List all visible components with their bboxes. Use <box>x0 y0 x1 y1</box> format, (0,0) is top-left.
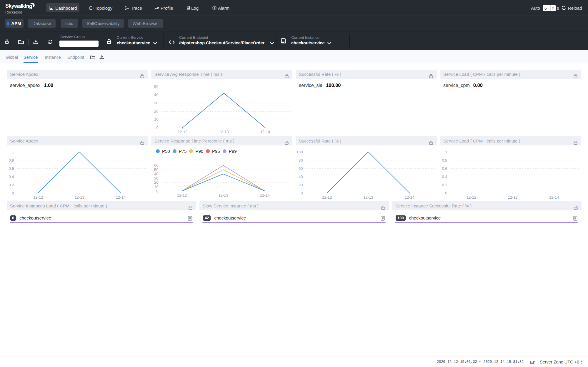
svg-text:60: 60 <box>299 166 303 171</box>
svg-text:0: 0 <box>156 189 158 193</box>
svg-text:50: 50 <box>154 167 158 172</box>
svg-text:12-14: 12-14 <box>549 195 559 200</box>
svg-text:0.4: 0.4 <box>442 175 447 179</box>
svg-text:12-14: 12-14 <box>260 193 270 197</box>
svg-text:40: 40 <box>154 93 158 97</box>
svg-text:0.8: 0.8 <box>9 158 14 162</box>
svg-text:30: 30 <box>154 176 158 180</box>
svg-text:12-12: 12-12 <box>33 195 43 200</box>
svg-text:20: 20 <box>154 109 158 113</box>
svg-text:30: 30 <box>154 101 158 105</box>
svg-text:0.4: 0.4 <box>9 175 14 179</box>
svg-text:0.2: 0.2 <box>442 183 447 187</box>
svg-text:12-14: 12-14 <box>405 195 414 200</box>
svg-text:1: 1 <box>445 150 447 154</box>
svg-text:12-12: 12-12 <box>177 193 187 197</box>
svg-text:0: 0 <box>12 191 14 195</box>
svg-text:20: 20 <box>299 183 303 187</box>
svg-text:0: 0 <box>445 191 447 195</box>
svg-text:0.6: 0.6 <box>442 166 447 171</box>
svg-text:12-13: 12-13 <box>74 195 84 200</box>
svg-text:0: 0 <box>301 191 303 195</box>
svg-text:100: 100 <box>297 150 303 154</box>
svg-text:12-13: 12-13 <box>219 130 229 134</box>
svg-text:50: 50 <box>154 84 158 89</box>
svg-text:12-12: 12-12 <box>467 195 476 200</box>
svg-text:12-12: 12-12 <box>178 130 187 134</box>
svg-text:12-14: 12-14 <box>260 130 270 134</box>
svg-text:10: 10 <box>154 117 158 122</box>
svg-text:0.8: 0.8 <box>442 158 447 162</box>
svg-text:12-13: 12-13 <box>218 193 228 197</box>
svg-text:0.6: 0.6 <box>9 166 14 171</box>
svg-text:12-12: 12-12 <box>322 195 332 200</box>
svg-text:20: 20 <box>154 180 158 185</box>
svg-text:80: 80 <box>299 158 303 162</box>
svg-text:1: 1 <box>12 150 14 154</box>
svg-text:12-14: 12-14 <box>116 195 126 200</box>
svg-text:0.2: 0.2 <box>9 183 14 187</box>
svg-text:60: 60 <box>154 163 158 167</box>
svg-text:12-13: 12-13 <box>508 195 517 200</box>
svg-text:40: 40 <box>154 172 158 176</box>
svg-text:0: 0 <box>156 125 158 130</box>
svg-text:10: 10 <box>154 185 158 189</box>
svg-text:12-13: 12-13 <box>363 195 373 200</box>
svg-text:40: 40 <box>299 175 303 179</box>
